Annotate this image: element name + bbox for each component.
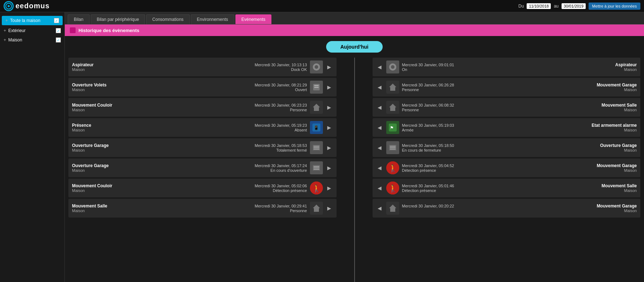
event-location: Maison [624, 88, 637, 92]
event-title: Présence [72, 123, 91, 128]
event-value: En cours d'ouverture [270, 168, 307, 173]
event-history-header: Historique des évènements [65, 24, 644, 36]
event-card-content: Ouverture Garage Mercredi 30 Janvier, 05… [72, 143, 307, 152]
right-event-card-mouvement-salle: ◀ Mouvement Salle Mercredi 30 Janvier, 0… [373, 98, 641, 117]
event-location: Maison [72, 88, 85, 92]
svg-rect-28 [390, 146, 396, 147]
right-event-content: Etat armement alarme Mercredi 30 Janvier… [402, 123, 637, 132]
event-title: Mouvement Garage [597, 163, 637, 168]
sidebar-item-label: Maison [8, 37, 54, 42]
event-card-volets: Ouverture Volets Mercredi 30 Janvier, 08… [68, 78, 337, 97]
event-arrow: ▶ [326, 63, 333, 71]
event-arrow: ◀ [376, 184, 383, 192]
svg-point-3 [315, 65, 318, 69]
svg-rect-16 [314, 167, 319, 168]
event-icon-house [386, 101, 399, 114]
event-title: Etat armement alarme [592, 123, 637, 128]
event-icon-vacuum [386, 61, 399, 73]
event-card-content: Ouverture Volets Mercredi 30 Janvier, 08… [72, 82, 307, 92]
event-value: Personne [402, 88, 419, 92]
event-location: Maison [624, 209, 637, 213]
event-arrow: ◀ [376, 144, 383, 151]
sidebar-checkbox-exterieur[interactable] [56, 28, 61, 33]
event-location: Maison [72, 168, 85, 173]
tab-environnements[interactable]: Environnements [191, 14, 234, 24]
date-area: Du 11/10/2018 au 30/01/2019 Mettre à jou… [518, 3, 640, 10]
event-card-content: Mouvement Couloir Mercredi 30 Janvier, 0… [72, 183, 307, 193]
date-to-value: 30/01/2019 [562, 3, 586, 9]
event-card-content: Aspirateur Mercredi 30 Janvier, 10:13:13… [72, 62, 307, 72]
event-icon-motion-red: 🚶 [310, 182, 323, 194]
svg-marker-24 [389, 104, 396, 111]
svg-marker-20 [313, 205, 320, 212]
event-location: Maison [72, 209, 85, 213]
sidebar-checkbox-maison[interactable] [56, 37, 61, 42]
vertical-line [354, 58, 355, 282]
event-icon-motion-red: 🚶 [386, 161, 399, 174]
event-arrow: ▶ [326, 184, 333, 192]
event-title: Mouvement Garage [597, 203, 637, 209]
tab-bilan-peripherique[interactable]: Bilan par périphérique [91, 14, 145, 24]
tab-consommations[interactable]: Consommations [146, 14, 190, 24]
event-card-mouvement-couloir-2: Mouvement Couloir Mercredi 30 Janvier, 0… [68, 179, 337, 197]
svg-text:📱: 📱 [314, 125, 319, 130]
event-arrow: ▶ [326, 124, 333, 131]
event-value: Ouvert [295, 88, 307, 92]
history-icon [70, 27, 76, 33]
event-title: Mouvement Salle [72, 203, 107, 209]
event-title: Ouverture Garage [72, 143, 109, 148]
right-event-content: Mouvement Garage Mercredi 30 Janvier, 06… [402, 82, 637, 92]
event-location: Maison [624, 67, 637, 72]
event-title: Aspirateur [72, 62, 94, 67]
event-datetime: Mercredi 30 Janvier, 05:18:53 [255, 143, 307, 148]
event-card-aspirateur-1: Aspirateur Mercredi 30 Janvier, 10:13:13… [68, 58, 337, 76]
event-card-mouvement-salle-left: Mouvement Salle Mercredi 30 Janvier, 00:… [68, 199, 337, 218]
event-location: Maison [624, 168, 637, 173]
event-location: Maison [624, 128, 637, 132]
event-location: Maison [624, 148, 637, 152]
sidebar-checkbox-toute-maison[interactable] [54, 18, 59, 23]
right-event-content: Aspirateur Mercredi 30 Janvier, 09:01:01… [402, 62, 637, 72]
svg-rect-29 [390, 147, 396, 148]
tab-bilan[interactable]: Bilan [68, 14, 90, 24]
event-icon-garage [310, 141, 323, 154]
sidebar-item-exterieur[interactable]: + Extérieur [0, 26, 64, 35]
event-arrow: ▶ [326, 104, 333, 111]
update-button[interactable]: Mettre à jour les données [589, 3, 640, 10]
right-event-card-mouvement-garage-2: ◀ 🚶 Mouvement Garage Mercredi 30 Janvier… [373, 158, 641, 177]
event-location: Maison [72, 67, 85, 72]
event-icon-motion-red: 🚶 [386, 182, 399, 194]
event-location: Maison [72, 108, 85, 112]
tab-bar: Bilan Bilan par périphérique Consommatio… [65, 12, 644, 24]
sidebar-item-toute-maison[interactable]: + Toute la maison [2, 16, 63, 25]
event-value: Personne [290, 209, 307, 213]
event-icon-vacuum [310, 61, 323, 73]
event-value: Totalement fermé [276, 148, 307, 152]
event-datetime: Mercredi 30 Janvier, 10:13:13 [255, 63, 307, 67]
sidebar: + Toute la maison + Extérieur + Maison [0, 12, 65, 282]
svg-rect-17 [314, 169, 319, 170]
tab-evenements[interactable]: Evénements [235, 14, 272, 24]
event-value: Armée [402, 128, 414, 132]
event-title: Mouvement Couloir [72, 183, 112, 188]
event-title: Aspirateur [615, 62, 637, 67]
sidebar-item-maison[interactable]: + Maison [0, 35, 64, 45]
event-location: Maison [72, 128, 85, 132]
sidebar-item-label: Extérieur [8, 28, 54, 33]
event-icon-house [310, 202, 323, 215]
event-value: On [402, 67, 407, 72]
event-datetime: Mercredi 30 Janvier, 00:20:22 [402, 204, 454, 208]
date-from-value: 11/10/2018 [527, 3, 551, 9]
event-icon-shutter [310, 81, 323, 94]
svg-marker-35 [389, 205, 396, 212]
event-title: Mouvement Couloir [72, 103, 112, 108]
svg-rect-13 [314, 149, 319, 149]
event-card-content: Mouvement Salle Mercredi 30 Janvier, 00:… [72, 203, 307, 213]
event-title: Ouverture Volets [72, 82, 107, 88]
svg-text:🚶: 🚶 [388, 164, 397, 173]
event-value: Personne [402, 108, 419, 112]
svg-rect-5 [314, 85, 319, 86]
event-datetime: Mercredi 30 Janvier, 09:01:01 [402, 63, 454, 67]
right-event-card-garage: ◀ Ouverture Garage Mercredi 30 Janvier, … [373, 138, 641, 157]
plus-icon: + [4, 28, 6, 33]
